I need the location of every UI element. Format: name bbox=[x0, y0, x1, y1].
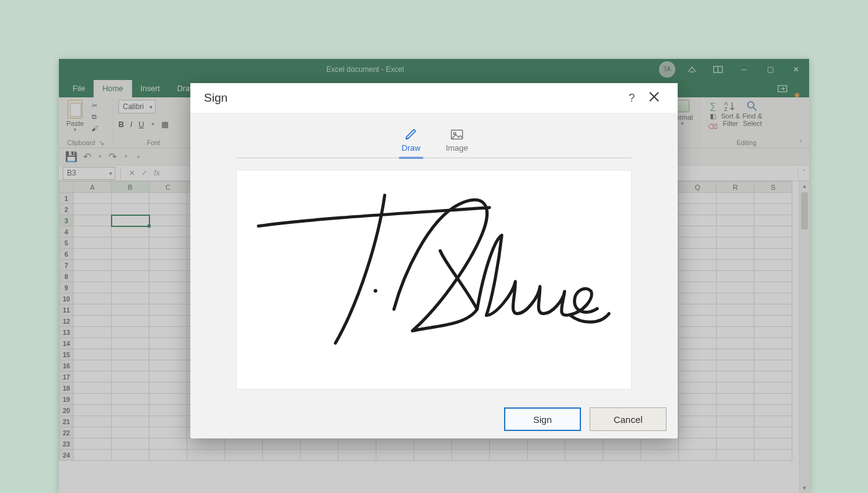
sign-button-label: Sign bbox=[533, 414, 552, 425]
dialog-title: Sign bbox=[204, 91, 621, 105]
dialog-close-button[interactable] bbox=[643, 91, 665, 105]
dialog-footer: Sign Cancel bbox=[190, 400, 678, 438]
signature-canvas[interactable] bbox=[236, 170, 632, 389]
dialog-header: Sign ? bbox=[190, 83, 678, 113]
sign-tab-image[interactable]: Image bbox=[441, 128, 473, 158]
cancel-button[interactable]: Cancel bbox=[590, 407, 666, 431]
sign-dialog: Sign ? Draw Image bbox=[190, 83, 678, 438]
sign-button[interactable]: Sign bbox=[504, 407, 581, 431]
sign-tab-draw-label: Draw bbox=[402, 143, 420, 153]
sign-tab-image-label: Image bbox=[446, 143, 468, 153]
image-icon bbox=[450, 128, 464, 141]
close-icon bbox=[649, 91, 660, 102]
cancel-button-label: Cancel bbox=[614, 414, 643, 425]
dialog-help-button[interactable]: ? bbox=[621, 92, 643, 105]
sign-tab-draw[interactable]: Draw bbox=[395, 128, 427, 158]
sign-mode-tabs: Draw Image bbox=[190, 128, 678, 158]
signature-stroke bbox=[237, 171, 631, 389]
svg-point-11 bbox=[374, 289, 378, 293]
pen-icon bbox=[404, 128, 418, 141]
svg-point-10 bbox=[454, 132, 456, 135]
